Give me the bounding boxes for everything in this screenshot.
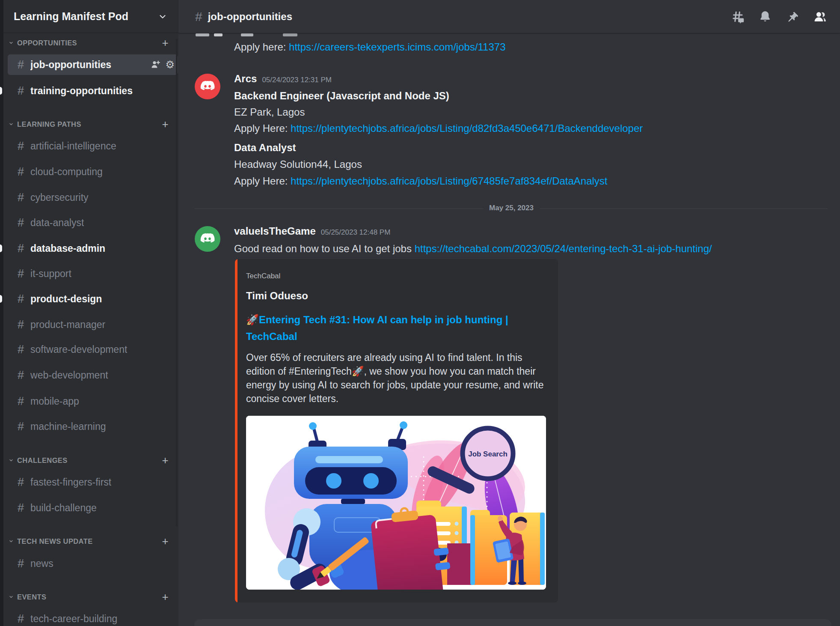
user-avatar[interactable] [195, 74, 220, 99]
message-line: Backend Engineer (Javascript and Node JS… [234, 89, 449, 103]
message-link[interactable]: https://techcabal.com/2023/05/24/enterin… [415, 243, 712, 254]
message-input[interactable] [194, 619, 831, 626]
sidebar-item-product-design[interactable]: #product-design [8, 289, 178, 309]
sidebar-item-cybersecurity[interactable]: #cybersecurity [8, 187, 178, 208]
sidebar-item-artificial-intelligence[interactable]: #artificial-intelligence [8, 136, 178, 156]
chevron-down-icon [9, 122, 14, 127]
hash-icon: # [18, 84, 24, 98]
chevron-down-icon [9, 539, 14, 544]
sidebar-item-machine-learning[interactable]: #machine-learning [8, 416, 178, 437]
sidebar-item-job-opportunities[interactable]: #job-opportunities⚙ [8, 54, 178, 75]
unread-indicator [0, 87, 2, 95]
channel-label: training-opportunities [30, 85, 133, 97]
message-text: Headway Solution44, Lagos [234, 158, 362, 170]
channel-label: it-support [30, 268, 71, 280]
channel-label: mobile-app [30, 396, 79, 407]
sidebar-item-build-challenge[interactable]: #build-challenge [8, 498, 178, 518]
message-text: EZ Park, Lagos [234, 106, 305, 118]
channel-label: news [30, 558, 53, 569]
chevron-down-icon [158, 12, 167, 21]
message-link[interactable]: https://plentytechjobs.africa/jobs/Listi… [291, 175, 607, 187]
discord-logo-icon [200, 80, 215, 92]
hash-icon: # [18, 191, 24, 204]
hash-icon: # [18, 501, 24, 515]
channel-hash-icon: # [195, 9, 202, 24]
message-header: Arcs05/24/2023 12:31 PM [234, 72, 332, 86]
channel-header: # job-opportunities [178, 0, 840, 33]
sidebar-item-data-analyst[interactable]: #data-analyst [8, 212, 178, 233]
add-channel-button[interactable]: + [159, 36, 172, 49]
server-name: Learning Manifest Pod [14, 10, 128, 23]
message-text: Good read on how to use AI to get jobs [234, 243, 415, 254]
message-author[interactable]: Arcs [234, 72, 257, 86]
sidebar-item-tech-career-building[interactable]: #tech-career-building [8, 608, 178, 626]
category-header-learning-paths[interactable]: LEARNING PATHS+ [8, 119, 175, 129]
channel-title: job-opportunities [208, 11, 292, 23]
embed-title-link[interactable]: 🚀Entering Tech #31: How AI can help in j… [246, 311, 528, 345]
user-avatar[interactable] [195, 226, 220, 252]
server-header[interactable]: Learning Manifest Pod [3, 0, 178, 33]
category-label: TECH NEWS UPDATE [17, 537, 93, 546]
link-embed: TechCabal Timi Odueso 🚀Entering Tech #31… [235, 259, 558, 602]
hash-icon: # [18, 395, 24, 408]
channel-label: artificial-intelligence [30, 140, 116, 152]
add-channel-button[interactable]: + [159, 590, 172, 603]
message-line: Apply here: https://careers-tekexperts.i… [234, 40, 506, 54]
channel-label: product-manager [30, 319, 105, 331]
sidebar-scrollbar[interactable] [176, 39, 178, 527]
channel-label: job-opportunities [30, 59, 111, 71]
pinned-messages-icon[interactable] [785, 9, 800, 24]
threads-icon[interactable] [730, 9, 745, 24]
sidebar-item-web-development[interactable]: #web-development [8, 365, 178, 385]
message-text: Apply Here: [234, 175, 291, 187]
add-channel-button[interactable]: + [159, 118, 172, 131]
category-label: LEARNING PATHS [17, 120, 81, 128]
date-divider: May 25, 2023 [195, 209, 828, 209]
message-author[interactable]: valueIsTheGame [234, 224, 316, 238]
sidebar-item-training-opportunities[interactable]: #training-opportunities [8, 80, 178, 101]
channel-label: fastest-fingers-first [30, 477, 111, 488]
channel-label: machine-learning [30, 421, 106, 432]
add-channel-button[interactable]: + [159, 454, 172, 467]
hash-icon: # [18, 292, 24, 306]
message-timestamp: 05/24/2023 12:31 PM [262, 73, 332, 87]
category-header-tech-news-update[interactable]: TECH NEWS UPDATE+ [8, 536, 175, 546]
create-invite-icon[interactable] [151, 60, 161, 70]
channel-label: cloud-computing [30, 166, 103, 178]
category-label: OPPORTUNITIES [17, 39, 77, 47]
notifications-bell-icon[interactable] [758, 9, 772, 24]
hash-icon: # [18, 165, 24, 179]
category-label: CHALLENGES [17, 456, 68, 465]
message-bold-text: Data Analyst [234, 142, 296, 153]
category-header-opportunities[interactable]: OPPORTUNITIES+ [8, 38, 175, 48]
message-link[interactable]: https://careers-tekexperts.icims.com/job… [289, 41, 505, 53]
sidebar-item-it-support[interactable]: #it-support [8, 263, 178, 284]
job-search-illustration: Job Search [246, 416, 546, 590]
hash-icon: # [18, 612, 24, 626]
sidebar-item-cloud-computing[interactable]: #cloud-computing [8, 161, 178, 182]
message-bold-text: Backend Engineer (Javascript and Node JS… [234, 90, 449, 101]
channel-label: product-design [30, 293, 102, 305]
sidebar-item-fastest-fingers-first[interactable]: #fastest-fingers-first [8, 472, 178, 492]
job-search-label: Job Search [468, 450, 508, 458]
message-line: Good read on how to use AI to get jobs h… [234, 242, 712, 256]
embed-image[interactable]: Job Search [246, 416, 546, 590]
message-line: Apply Here: https://plentytechjobs.afric… [234, 122, 643, 135]
member-list-icon[interactable] [813, 9, 827, 24]
message-line: Apply Here: https://plentytechjobs.afric… [234, 174, 608, 188]
sidebar-item-product-manager[interactable]: #product-manager [8, 314, 178, 335]
category-header-challenges[interactable]: CHALLENGES+ [8, 455, 175, 465]
sidebar-item-mobile-app[interactable]: #mobile-app [8, 391, 178, 411]
channel-settings-gear-icon[interactable]: ⚙ [165, 60, 175, 70]
message-text: Apply Here: [234, 122, 291, 134]
message-line: EZ Park, Lagos [234, 105, 305, 119]
sidebar-item-news[interactable]: #news [8, 553, 178, 574]
message-timestamp: 05/25/2023 12:48 PM [321, 226, 391, 239]
sidebar-item-software-development[interactable]: #software-development [8, 339, 178, 360]
sidebar-item-database-admin[interactable]: #database-admin [8, 238, 178, 259]
add-channel-button[interactable]: + [159, 535, 172, 548]
discord-logo-icon [200, 233, 215, 245]
category-header-events[interactable]: EVENTS+ [8, 592, 175, 602]
channel-label: software-development [30, 344, 127, 355]
message-link[interactable]: https://plentytechjobs.africa/jobs/Listi… [291, 122, 643, 134]
